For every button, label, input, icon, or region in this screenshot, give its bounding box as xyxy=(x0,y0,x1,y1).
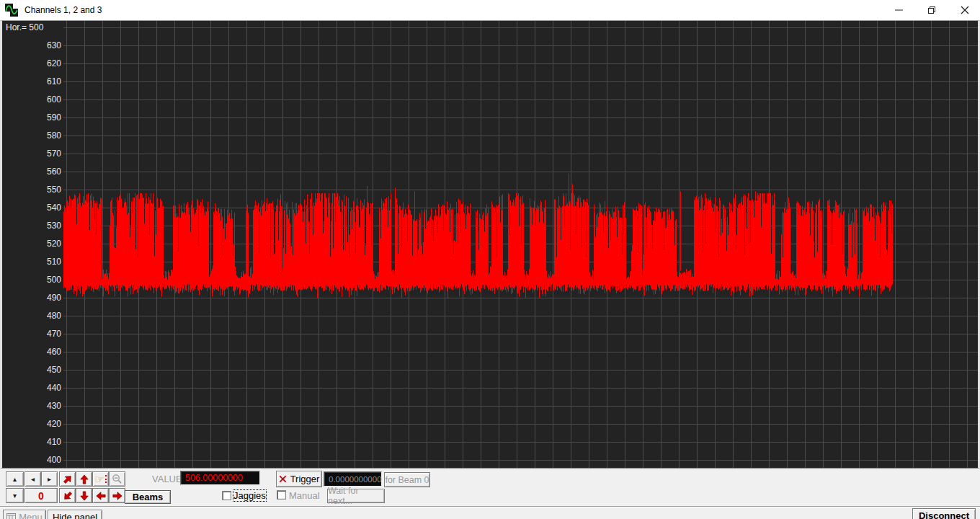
beams-button[interactable]: Beams xyxy=(125,490,171,504)
minimize-button[interactable] xyxy=(886,0,911,20)
step-down-button[interactable]: ▾ xyxy=(6,488,24,503)
step-up-button[interactable]: ▴ xyxy=(6,471,24,487)
red-dots-icon xyxy=(105,475,107,483)
menu-icon xyxy=(6,513,16,519)
arrow-right-icon xyxy=(112,491,122,501)
zoom-out-icon xyxy=(112,474,122,484)
pointing-hand-icon: ☞ xyxy=(94,474,104,484)
for-beam-button[interactable]: for Beam 0 xyxy=(384,472,430,487)
step-left-button[interactable]: ◂ xyxy=(24,471,41,487)
arrow-left-button[interactable] xyxy=(92,488,109,503)
trigger-level-field[interactable]: 0.0000000000 xyxy=(324,471,382,487)
down-triangle-icon: ▾ xyxy=(13,492,17,500)
arrow-right-button[interactable] xyxy=(109,488,125,503)
right-triangle-icon: ▸ xyxy=(48,476,51,483)
zero-button[interactable]: 0 xyxy=(24,488,58,503)
arrow-up-icon xyxy=(79,474,89,484)
zoom-out-button[interactable] xyxy=(109,471,125,487)
jaggies-checkbox[interactable] xyxy=(222,491,231,500)
wait-for-next-button[interactable]: Wait for next... xyxy=(327,489,385,503)
menu-button[interactable]: Menu xyxy=(3,510,46,519)
jaggies-label[interactable]: Jaggies xyxy=(233,490,266,501)
arrow-down-left-icon xyxy=(61,489,75,503)
control-panel: ▴ ▾ ◂ ▸ 0 ☞ xyxy=(0,469,980,506)
restore-button[interactable] xyxy=(919,0,944,20)
trigger-x-icon xyxy=(279,475,287,483)
close-button[interactable] xyxy=(953,0,977,20)
manual-label[interactable]: Manual xyxy=(289,490,320,501)
waveform-trace xyxy=(2,21,978,468)
close-icon xyxy=(961,6,969,14)
trigger-button-label: Trigger xyxy=(290,474,320,484)
left-triangle-icon: ◂ xyxy=(31,476,35,483)
bottom-bar: Menu Hide panel Disconnect xyxy=(0,506,980,519)
arrow-down-button[interactable] xyxy=(76,488,92,503)
app-icon xyxy=(4,3,19,17)
hide-panel-button[interactable]: Hide panel xyxy=(48,510,102,519)
hand-pointer-button[interactable]: ☞ xyxy=(92,471,109,487)
restore-icon xyxy=(927,6,936,14)
menu-button-label: Menu xyxy=(19,512,43,519)
trigger-button[interactable]: Trigger xyxy=(276,471,322,487)
value-field[interactable]: 506.00000000 xyxy=(180,471,260,485)
arrow-up-right-icon xyxy=(61,472,75,487)
window-title: Channels 1, 2 and 3 xyxy=(24,0,102,20)
disconnect-button[interactable]: Disconnect xyxy=(912,508,976,519)
oscilloscope-display[interactable]: Hor.= 500 630620610600590580570560550540… xyxy=(0,20,980,469)
arrow-down-icon xyxy=(79,491,89,501)
step-right-button[interactable]: ▸ xyxy=(41,471,58,487)
up-triangle-icon: ▴ xyxy=(13,476,17,483)
arrow-up-button[interactable] xyxy=(76,471,92,487)
title-bar: Channels 1, 2 and 3 xyxy=(0,0,980,20)
manual-checkbox[interactable] xyxy=(277,490,286,500)
arrow-down-left-button[interactable] xyxy=(59,488,76,503)
arrow-up-right-button[interactable] xyxy=(59,471,76,487)
arrow-left-icon xyxy=(96,491,106,501)
minimize-icon xyxy=(895,9,903,11)
